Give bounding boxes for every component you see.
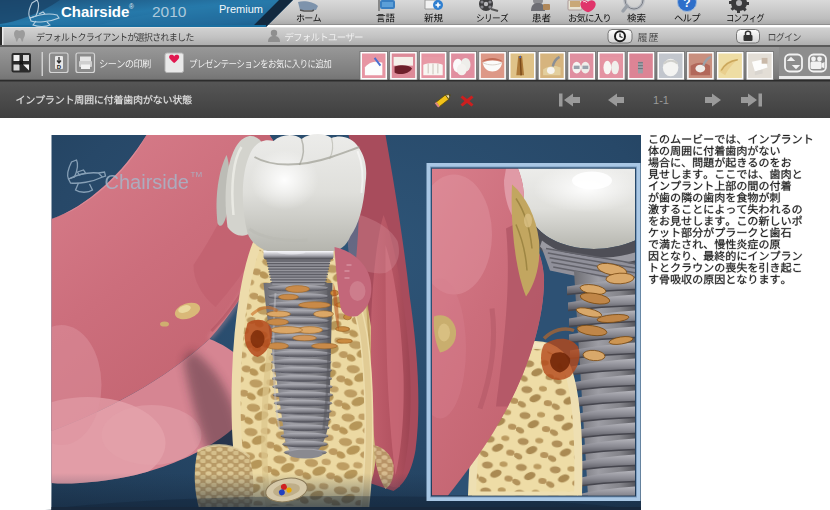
- svg-text:D: D: [57, 64, 62, 70]
- svg-text:?: ?: [683, 0, 690, 10]
- svg-text:1-1: 1-1: [653, 94, 669, 106]
- svg-text:Premium: Premium: [219, 3, 263, 15]
- svg-text:Chairside: Chairside: [105, 171, 189, 193]
- svg-text:Chairside: Chairside: [61, 3, 129, 20]
- svg-text:2010: 2010: [152, 3, 187, 20]
- svg-text:TM: TM: [191, 170, 203, 179]
- svg-text:®: ®: [129, 3, 134, 10]
